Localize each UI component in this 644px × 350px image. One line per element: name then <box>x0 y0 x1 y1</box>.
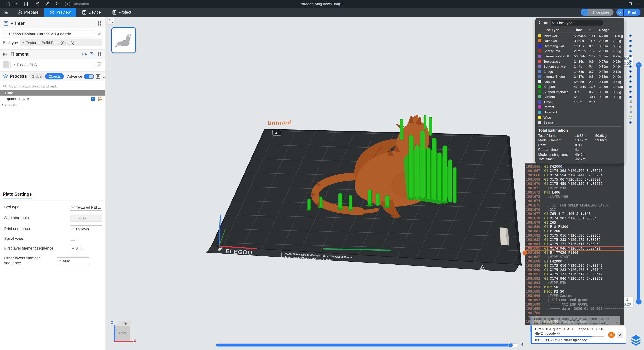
filament-preset-select[interactable]: Elegoo PLA <box>10 61 94 68</box>
visibility-eye-icon[interactable] <box>628 64 632 68</box>
gcode-viewer[interactable]: 1981666 G1 F42000 1981667 G1 X174.368 Y1… <box>525 163 624 325</box>
gcode-line[interactable]: 1981697 ; filament end gcode <box>525 298 624 302</box>
object-checkbox[interactable]: ✓ <box>91 96 95 101</box>
tree-item-plate[interactable]: Plate 1 <box>0 90 105 95</box>
visibility-eye-icon[interactable] <box>628 74 632 79</box>
save-button[interactable] <box>32 0 42 8</box>
move-slider-handle[interactable] <box>508 343 513 348</box>
layer-slider-track[interactable] <box>637 65 640 302</box>
tree-item-object[interactable]: quant_1_A_A ✓ <box>0 95 105 101</box>
expand-triangle-icon[interactable]: ▸ <box>2 103 4 106</box>
gcode-position-marker[interactable] <box>522 251 527 255</box>
ps-first-layer-select[interactable]: Auto <box>70 245 102 252</box>
slice-plate-button[interactable]: Slice plate <box>580 9 613 16</box>
visibility-eye-icon[interactable] <box>628 54 632 58</box>
upload-cancel-button[interactable]: ✕ <box>608 332 614 338</box>
gcode-line[interactable]: 1981696 ;TYPE:Custom <box>525 294 624 298</box>
ps-bed-type-select[interactable]: Textured PEI ... <box>70 204 102 211</box>
sidebar-collapse-button[interactable]: < > <box>107 17 114 24</box>
redo-button[interactable]: ↻ <box>53 0 61 8</box>
gcode-line[interactable]: 1981682 G1 X175.016 Y126.506 E.00256 <box>525 233 624 238</box>
gcode-line[interactable]: 1981695 M106 P2 S0 <box>525 289 624 294</box>
compare-ab-icon[interactable]: AB <box>102 74 107 79</box>
tab-prepare[interactable]: Prepare <box>12 8 44 17</box>
upload-close-button[interactable]: ✕ <box>617 332 623 338</box>
printer-settings-icon[interactable] <box>97 21 102 26</box>
filament-edit-button[interactable] <box>96 61 102 68</box>
visibility-eye-icon[interactable] <box>628 120 632 124</box>
home-button[interactable] <box>0 8 12 17</box>
bed-type-select[interactable]: Textured Build Plate (Side A) <box>20 39 102 46</box>
notes-button[interactable] <box>21 0 31 8</box>
notification-close-icon[interactable]: × <box>616 320 618 326</box>
filament-settings-icon[interactable] <box>97 52 102 57</box>
gcode-line[interactable]: 1981700 <box>525 311 624 315</box>
visibility-eye-icon[interactable] <box>628 49 632 53</box>
gcode-line[interactable]: 1981690 G1 X175.283 Y126.475 E-.01149 <box>525 268 624 272</box>
gcode-line[interactable]: 1981670 G1 X175.459 Y126.356 E-.01712 <box>525 182 624 186</box>
visibility-eye-icon[interactable] <box>628 69 632 73</box>
gcode-line[interactable]: 1981681 G1 F1200 <box>525 229 624 233</box>
gcode-line[interactable]: 1981673 ;LAYER:406 <box>525 195 624 199</box>
visibility-eye-icon[interactable] <box>628 100 632 104</box>
visibility-eye-icon[interactable] <box>628 79 632 84</box>
layer-slider-bottom-handle[interactable] <box>636 299 642 305</box>
segment-objects[interactable]: Objects <box>45 73 64 79</box>
visibility-eye-icon[interactable] <box>628 105 632 109</box>
gcode-line[interactable]: 1981679 G1 Z65 <box>525 221 624 225</box>
undo-button[interactable]: ↺ <box>43 0 52 8</box>
ps-print-seq-select[interactable]: By layer <box>70 225 102 232</box>
visibility-eye-icon[interactable] <box>628 44 632 48</box>
maximize-button[interactable] <box>626 0 635 8</box>
gcode-line[interactable]: 1981677 G3 Z65.4 I-.405 J-1.148 <box>525 212 624 216</box>
gcode-line[interactable]: 1981666 G1 F42000 <box>525 164 624 169</box>
gcode-line[interactable]: 1981680 G1 E.8 F1800 <box>525 225 624 229</box>
gcode-line[interactable]: 1981692 G1 X174.946 Y126.546 E-.00969 <box>525 276 624 281</box>
ps-spiral-checkbox[interactable] <box>71 237 75 241</box>
visibility-eye-icon[interactable] <box>628 39 632 43</box>
view-mode-select[interactable]: Line Type <box>550 20 603 26</box>
gcode-line[interactable]: 1981698 ;===== CC2_END_GCODE ===========… <box>525 302 624 307</box>
gcode-line[interactable]: 1981669 G1 X175.06 Y126.356 E-.02201 <box>525 177 624 182</box>
layer-slider-top-handle[interactable]: + <box>636 62 642 68</box>
build-plate[interactable]: A ELEGOO PLA/TPU/ABS/PETG/Carbon–Fiber |… <box>206 129 522 272</box>
cube-front-face[interactable]: Front <box>115 326 130 341</box>
move-slider[interactable] <box>215 343 518 347</box>
print-options-dropdown[interactable] <box>616 9 623 16</box>
visibility-eye-icon[interactable] <box>628 95 632 99</box>
file-menu[interactable]: File <box>3 0 20 8</box>
gcode-line[interactable]: 1981667 G1 X174.368 Y126.566 E-.00276 <box>525 169 624 173</box>
gcode-line[interactable]: 1981676 ;G17 <box>525 208 624 212</box>
visibility-eye-icon[interactable] <box>628 34 632 38</box>
calibration-button[interactable]: Calibration <box>63 0 92 8</box>
ps-skirt-input[interactable]: -135° <box>70 215 102 222</box>
gcode-line[interactable]: 1981674 <box>525 199 624 203</box>
gcode-line[interactable]: 1981691 G1 X175.171 Y126.517 E-.00512 <box>525 272 624 277</box>
gcode-line[interactable]: 1981685 G1 X174.946 Y126.546 E.00491 <box>525 246 624 251</box>
cube-top-face[interactable]: Top <box>115 321 134 326</box>
gcode-viewer-icon[interactable]: </> <box>543 21 548 25</box>
slice-options-dropdown[interactable] <box>580 9 588 16</box>
tab-device[interactable]: Device <box>76 8 106 17</box>
printer-edit-button[interactable] <box>96 31 102 37</box>
gcode-line[interactable]: 1981687 ;WIPE_START <box>525 255 624 259</box>
visibility-eye-icon[interactable] <box>628 84 632 89</box>
segment-global[interactable]: Global <box>28 74 45 78</box>
gcode-line[interactable]: 1981688 G1 F42000 <box>525 259 624 264</box>
ams-sync-icon[interactable] <box>89 52 94 57</box>
gcode-line[interactable]: 1981671 ;WIPE_END <box>525 186 624 190</box>
gcode-line[interactable]: 1981683 G1 X175.283 Y126.475 E.00582 <box>525 238 624 242</box>
gcode-line[interactable]: 1981686 G1 E-.77026 F1800 <box>525 251 624 255</box>
close-button[interactable]: × <box>635 0 644 8</box>
gcode-line[interactable]: 1981678 G1 X174.907 Y126.551 Z65.4 <box>525 216 624 221</box>
gcode-line[interactable]: 1981684 G1 X175.171 Y126.517 E.00259 <box>525 242 624 246</box>
orientation-cube[interactable]: Top Front Z X Y <box>112 319 140 347</box>
collapse-panel-icon[interactable]: ∧∧ <box>538 21 540 25</box>
search-input[interactable] <box>8 84 102 88</box>
preview-3d-viewport[interactable]: < > 1 Untitled <box>106 17 644 350</box>
gcode-line[interactable]: 1981672 M73 L406 <box>525 190 624 195</box>
visibility-eye-icon[interactable] <box>628 90 632 94</box>
object-sync-icon[interactable] <box>97 96 102 101</box>
gcode-line[interactable]: 1981668 G1 X174.554 Y126.444 E-.00954 <box>525 173 624 177</box>
visibility-eye-icon[interactable] <box>628 115 632 119</box>
